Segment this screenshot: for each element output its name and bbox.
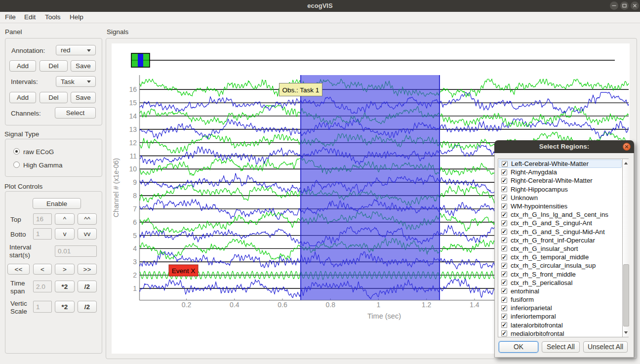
- svg-text:16: 16: [129, 85, 137, 93]
- svg-text:5: 5: [133, 232, 137, 240]
- svg-text:13: 13: [129, 125, 137, 133]
- svg-text:15: 15: [129, 99, 137, 107]
- svg-text:10: 10: [129, 165, 137, 173]
- svg-text:0.6: 0.6: [278, 301, 287, 309]
- svg-text:Event X: Event X: [172, 267, 195, 275]
- svg-text:Obs.: Task 1: Obs.: Task 1: [282, 86, 320, 94]
- svg-text:7: 7: [133, 205, 137, 213]
- svg-text:0.2: 0.2: [182, 301, 192, 309]
- svg-text:1: 1: [133, 284, 137, 292]
- svg-text:2: 2: [133, 271, 137, 279]
- svg-text:0.8: 0.8: [325, 301, 335, 309]
- svg-text:1: 1: [377, 301, 381, 309]
- svg-text:Time (sec): Time (sec): [367, 312, 401, 320]
- svg-text:Channel # (x1e-06): Channel # (x1e-06): [112, 158, 120, 217]
- svg-text:6: 6: [133, 218, 137, 226]
- svg-text:4: 4: [133, 244, 137, 252]
- svg-text:14: 14: [129, 112, 137, 120]
- svg-text:9: 9: [133, 178, 137, 186]
- svg-text:3: 3: [133, 258, 137, 266]
- svg-text:12: 12: [129, 139, 137, 147]
- svg-text:8: 8: [133, 192, 137, 200]
- svg-text:11: 11: [129, 152, 137, 160]
- svg-text:0.4: 0.4: [230, 301, 240, 309]
- svg-text:1.4: 1.4: [470, 301, 480, 309]
- svg-text:1.2: 1.2: [422, 301, 432, 309]
